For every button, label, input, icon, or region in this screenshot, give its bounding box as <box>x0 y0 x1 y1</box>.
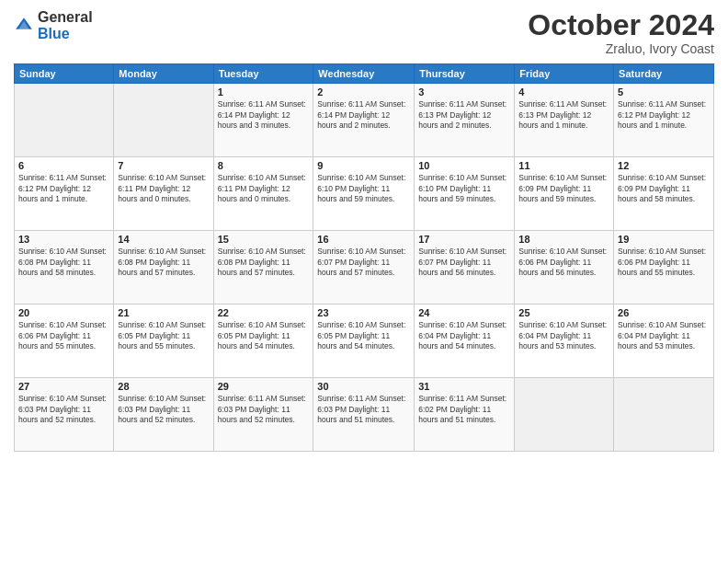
col-monday: Monday <box>114 64 213 84</box>
table-row: 16Sunrise: 6:10 AM Sunset: 6:07 PM Dayli… <box>313 231 415 304</box>
day-number: 10 <box>418 160 510 171</box>
table-row: 17Sunrise: 6:10 AM Sunset: 6:07 PM Dayli… <box>415 231 515 304</box>
col-thursday: Thursday <box>415 64 515 84</box>
day-info: Sunrise: 6:10 AM Sunset: 6:05 PM Dayligh… <box>317 320 410 351</box>
day-number: 29 <box>218 381 310 392</box>
day-info: Sunrise: 6:10 AM Sunset: 6:06 PM Dayligh… <box>18 320 109 351</box>
day-number: 12 <box>618 160 710 171</box>
day-number: 22 <box>218 307 310 318</box>
col-wednesday: Wednesday <box>313 64 415 84</box>
logo: General Blue <box>14 9 93 42</box>
calendar-week-row: 13Sunrise: 6:10 AM Sunset: 6:08 PM Dayli… <box>15 231 714 304</box>
day-info: Sunrise: 6:10 AM Sunset: 6:11 PM Dayligh… <box>218 173 310 204</box>
day-number: 20 <box>18 307 109 318</box>
table-row: 5Sunrise: 6:11 AM Sunset: 6:12 PM Daylig… <box>614 84 714 157</box>
col-sunday: Sunday <box>15 64 114 84</box>
table-row: 27Sunrise: 6:10 AM Sunset: 6:03 PM Dayli… <box>15 378 114 452</box>
calendar-week-row: 20Sunrise: 6:10 AM Sunset: 6:06 PM Dayli… <box>15 304 714 378</box>
table-row: 9Sunrise: 6:10 AM Sunset: 6:10 PM Daylig… <box>313 157 415 231</box>
table-row: 1Sunrise: 6:11 AM Sunset: 6:14 PM Daylig… <box>213 84 313 157</box>
calendar-week-row: 27Sunrise: 6:10 AM Sunset: 6:03 PM Dayli… <box>15 378 714 452</box>
calendar-header-row: Sunday Monday Tuesday Wednesday Thursday… <box>15 64 714 84</box>
table-row <box>614 378 714 452</box>
day-number: 4 <box>518 86 609 98</box>
table-row: 30Sunrise: 6:11 AM Sunset: 6:03 PM Dayli… <box>313 378 415 452</box>
table-row: 22Sunrise: 6:10 AM Sunset: 6:05 PM Dayli… <box>213 304 313 378</box>
day-number: 31 <box>418 381 510 392</box>
logo-general: General <box>38 9 93 25</box>
table-row: 4Sunrise: 6:11 AM Sunset: 6:13 PM Daylig… <box>515 84 614 157</box>
day-info: Sunrise: 6:10 AM Sunset: 6:06 PM Dayligh… <box>518 247 609 278</box>
day-number: 24 <box>418 307 510 318</box>
table-row: 25Sunrise: 6:10 AM Sunset: 6:04 PM Dayli… <box>515 304 614 378</box>
day-info: Sunrise: 6:10 AM Sunset: 6:07 PM Dayligh… <box>317 247 410 278</box>
table-row <box>114 84 213 157</box>
day-number: 8 <box>218 160 310 171</box>
table-row: 20Sunrise: 6:10 AM Sunset: 6:06 PM Dayli… <box>15 304 114 378</box>
day-info: Sunrise: 6:11 AM Sunset: 6:14 PM Dayligh… <box>317 99 410 131</box>
day-number: 30 <box>317 381 410 392</box>
col-saturday: Saturday <box>614 64 714 84</box>
table-row: 19Sunrise: 6:10 AM Sunset: 6:06 PM Dayli… <box>614 231 714 304</box>
day-info: Sunrise: 6:10 AM Sunset: 6:04 PM Dayligh… <box>618 320 710 351</box>
table-row: 29Sunrise: 6:11 AM Sunset: 6:03 PM Dayli… <box>213 378 313 452</box>
calendar-page: General Blue October 2024 Zraluo, Ivory … <box>0 0 728 563</box>
day-info: Sunrise: 6:11 AM Sunset: 6:03 PM Dayligh… <box>218 394 310 425</box>
day-info: Sunrise: 6:10 AM Sunset: 6:05 PM Dayligh… <box>118 320 209 351</box>
table-row: 6Sunrise: 6:11 AM Sunset: 6:12 PM Daylig… <box>15 157 114 231</box>
day-info: Sunrise: 6:11 AM Sunset: 6:14 PM Dayligh… <box>218 99 310 131</box>
col-friday: Friday <box>515 64 614 84</box>
table-row: 26Sunrise: 6:10 AM Sunset: 6:04 PM Dayli… <box>614 304 714 378</box>
table-row: 7Sunrise: 6:10 AM Sunset: 6:11 PM Daylig… <box>114 157 213 231</box>
day-number: 26 <box>618 307 710 318</box>
day-number: 1 <box>218 86 310 98</box>
table-row: 31Sunrise: 6:11 AM Sunset: 6:02 PM Dayli… <box>415 378 515 452</box>
day-info: Sunrise: 6:11 AM Sunset: 6:12 PM Dayligh… <box>18 173 109 204</box>
day-info: Sunrise: 6:10 AM Sunset: 6:11 PM Dayligh… <box>118 173 209 204</box>
table-row: 23Sunrise: 6:10 AM Sunset: 6:05 PM Dayli… <box>313 304 415 378</box>
day-number: 13 <box>18 234 109 245</box>
col-tuesday: Tuesday <box>213 64 313 84</box>
day-info: Sunrise: 6:10 AM Sunset: 6:10 PM Dayligh… <box>317 173 410 204</box>
day-number: 25 <box>518 307 609 318</box>
day-number: 14 <box>118 234 209 245</box>
logo-icon <box>14 16 34 36</box>
day-info: Sunrise: 6:10 AM Sunset: 6:04 PM Dayligh… <box>518 320 609 351</box>
day-info: Sunrise: 6:11 AM Sunset: 6:13 PM Dayligh… <box>418 99 510 131</box>
table-row: 3Sunrise: 6:11 AM Sunset: 6:13 PM Daylig… <box>415 84 515 157</box>
day-number: 28 <box>118 381 209 392</box>
table-row: 8Sunrise: 6:10 AM Sunset: 6:11 PM Daylig… <box>213 157 313 231</box>
table-row: 12Sunrise: 6:10 AM Sunset: 6:09 PM Dayli… <box>614 157 714 231</box>
day-info: Sunrise: 6:10 AM Sunset: 6:10 PM Dayligh… <box>418 173 510 204</box>
day-info: Sunrise: 6:11 AM Sunset: 6:13 PM Dayligh… <box>518 99 609 131</box>
day-info: Sunrise: 6:10 AM Sunset: 6:03 PM Dayligh… <box>118 394 209 425</box>
day-info: Sunrise: 6:10 AM Sunset: 6:08 PM Dayligh… <box>218 247 310 278</box>
logo-blue: Blue <box>38 26 70 41</box>
day-number: 27 <box>18 381 109 392</box>
table-row: 18Sunrise: 6:10 AM Sunset: 6:06 PM Dayli… <box>515 231 614 304</box>
table-row <box>515 378 614 452</box>
day-number: 5 <box>618 86 710 98</box>
table-row: 2Sunrise: 6:11 AM Sunset: 6:14 PM Daylig… <box>313 84 415 157</box>
day-info: Sunrise: 6:10 AM Sunset: 6:09 PM Dayligh… <box>618 173 710 204</box>
day-number: 2 <box>317 86 410 98</box>
day-info: Sunrise: 6:10 AM Sunset: 6:08 PM Dayligh… <box>118 247 209 278</box>
calendar-week-row: 6Sunrise: 6:11 AM Sunset: 6:12 PM Daylig… <box>15 157 714 231</box>
day-number: 18 <box>518 234 609 245</box>
day-number: 7 <box>118 160 209 171</box>
table-row: 14Sunrise: 6:10 AM Sunset: 6:08 PM Dayli… <box>114 231 213 304</box>
table-row: 15Sunrise: 6:10 AM Sunset: 6:08 PM Dayli… <box>213 231 313 304</box>
day-info: Sunrise: 6:10 AM Sunset: 6:06 PM Dayligh… <box>618 247 710 278</box>
header: General Blue October 2024 Zraluo, Ivory … <box>14 9 714 56</box>
day-number: 19 <box>618 234 710 245</box>
day-number: 17 <box>418 234 510 245</box>
day-number: 6 <box>18 160 109 171</box>
day-number: 11 <box>518 160 609 171</box>
title-block: October 2024 Zraluo, Ivory Coast <box>528 9 714 56</box>
day-number: 16 <box>317 234 410 245</box>
day-info: Sunrise: 6:10 AM Sunset: 6:03 PM Dayligh… <box>18 394 109 425</box>
day-info: Sunrise: 6:10 AM Sunset: 6:04 PM Dayligh… <box>418 320 510 351</box>
table-row: 24Sunrise: 6:10 AM Sunset: 6:04 PM Dayli… <box>415 304 515 378</box>
month-title: October 2024 <box>528 9 714 41</box>
day-info: Sunrise: 6:10 AM Sunset: 6:07 PM Dayligh… <box>418 247 510 278</box>
